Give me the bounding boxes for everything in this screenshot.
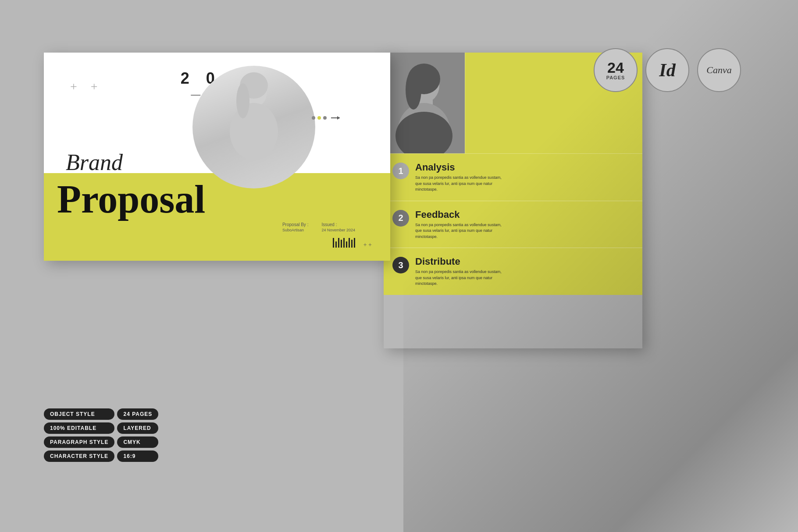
- circle-image-inner: [192, 66, 315, 188]
- plus-bottom: + +: [363, 241, 372, 248]
- right-photo-area: [384, 53, 465, 153]
- item-desc-1: Sa non pa porepedis santia as vollendue …: [415, 175, 503, 193]
- bar-8: [351, 240, 353, 248]
- bar-6: [346, 241, 347, 248]
- num-circle-1: 1: [392, 163, 409, 179]
- bar-4: [341, 240, 342, 248]
- badges-area: 24 PAGES Id Canva: [594, 48, 741, 92]
- canva-badge: Canva: [697, 48, 741, 92]
- item-content-3: Distribute Sa non pa porepedis santia as…: [415, 256, 503, 287]
- num-3: 3: [398, 260, 403, 270]
- svg-point-10: [406, 70, 421, 110]
- tags-area: OBJECT STYLE 24 PAGES 100% EDITABLE LAYE…: [44, 408, 158, 462]
- bar-5: [343, 238, 345, 248]
- brand-text: Brand: [66, 149, 123, 175]
- proposal-by-col: Proposal By : SuboArtisan: [282, 222, 308, 232]
- bar-2: [335, 241, 337, 248]
- nav-dot-1: [312, 116, 315, 120]
- issued-value: 24 November 2024: [321, 228, 355, 232]
- bar-9: [354, 238, 355, 248]
- num-circle-3: 3: [392, 257, 409, 273]
- id-label: Id: [659, 60, 675, 81]
- nav-arrow: [331, 117, 340, 118]
- tag-ratio: 16:9: [117, 450, 158, 462]
- issued-col: Issued : 24 November 2024: [321, 222, 355, 232]
- tag-character-style: CHARACTER STYLE: [44, 450, 114, 462]
- circle-image: [192, 66, 315, 188]
- svg-point-2: [230, 103, 278, 160]
- item-title-2: Feedback: [415, 209, 503, 220]
- item-title-1: Analysis: [415, 162, 503, 173]
- pages-badge: 24 PAGES: [594, 48, 638, 92]
- proposal-info: Proposal By : SuboArtisan Issued : 24 No…: [282, 222, 355, 232]
- nav-dots: [312, 116, 340, 120]
- tag-editable: 100% EDITABLE: [44, 422, 114, 434]
- person-silhouette: [219, 70, 289, 184]
- proposal-by-value: SuboArtisan: [282, 228, 308, 232]
- item-title-3: Distribute: [415, 256, 503, 267]
- barcode: [333, 238, 355, 248]
- right-slide: 1 Analysis Sa non pa porepedis santia as…: [384, 53, 642, 348]
- nav-dot-3: [323, 116, 327, 120]
- plus-signs-top: + +: [70, 80, 103, 94]
- svg-point-4: [236, 83, 249, 118]
- pages-label: PAGES: [606, 75, 625, 80]
- bar-3: [338, 238, 339, 248]
- main-slide: + + 2 0 2 4 — 2 6 —: [44, 53, 390, 261]
- bar-1: [333, 238, 334, 248]
- item-desc-2: Sa non pa porepedis santia as vollendue …: [415, 222, 503, 240]
- item-feedback: 2 Feedback Sa non pa porepedis santia as…: [384, 201, 642, 248]
- pages-number: 24: [607, 60, 624, 75]
- num-circle-2: 2: [392, 210, 409, 227]
- proposal-text: Proposal: [57, 180, 205, 219]
- issued-label: Issued :: [321, 222, 355, 227]
- tag-paragraph-style: PARAGRAPH STYLE: [44, 436, 114, 448]
- num-2: 2: [398, 213, 403, 223]
- tag-cmyk: CMYK: [117, 436, 158, 448]
- canva-label: Canva: [706, 64, 731, 76]
- id-badge: Id: [645, 48, 689, 92]
- tag-object-style: OBJECT STYLE: [44, 408, 114, 420]
- tag-24-pages: 24 PAGES: [117, 408, 158, 420]
- item-analysis: 1 Analysis Sa non pa porepedis santia as…: [384, 154, 642, 201]
- items-container: 1 Analysis Sa non pa porepedis santia as…: [384, 153, 642, 295]
- num-1: 1: [398, 166, 403, 176]
- item-content-1: Analysis Sa non pa porepedis santia as v…: [415, 162, 503, 193]
- right-person-svg: [384, 53, 465, 153]
- tag-layered: LAYERED: [117, 422, 158, 434]
- item-desc-3: Sa non pa porepedis santia as vollendue …: [415, 269, 503, 287]
- proposal-by-label: Proposal By :: [282, 222, 308, 227]
- item-distribute: 3 Distribute Sa non pa porepedis santia …: [384, 248, 642, 295]
- bar-7: [349, 238, 350, 248]
- item-content-2: Feedback Sa non pa porepedis santia as v…: [415, 209, 503, 240]
- nav-dot-2: [317, 116, 321, 120]
